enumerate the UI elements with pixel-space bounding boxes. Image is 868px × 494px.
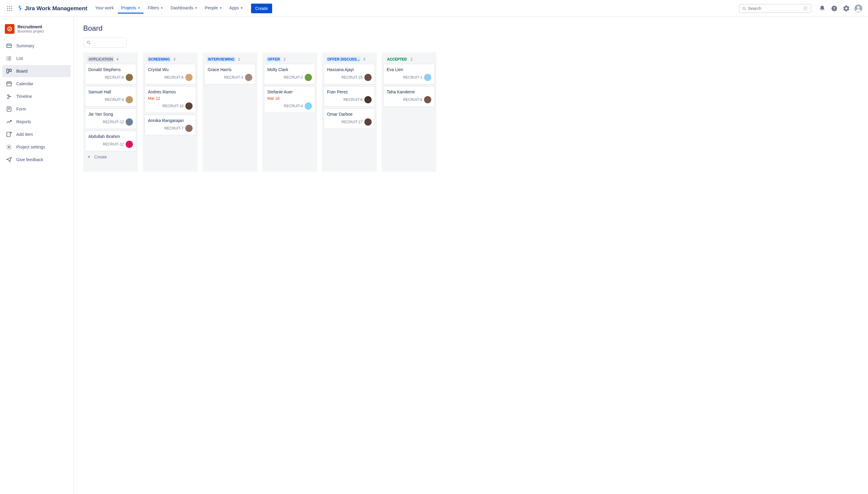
sidebar-item-summary[interactable]: Summary — [2, 40, 71, 52]
settings-icon[interactable] — [842, 4, 851, 13]
svg-rect-26 — [7, 82, 12, 86]
product-logo[interactable]: Jira Work Management — [17, 4, 87, 12]
column-header[interactable]: APPLICATION 4 — [85, 55, 136, 64]
card-date: Mar 12 — [148, 96, 192, 101]
svg-point-14 — [857, 6, 860, 9]
nav-item-your-work[interactable]: Your work — [92, 3, 117, 14]
product-name: Jira Work Management — [25, 5, 87, 12]
sidebar-item-calendar[interactable]: Calendar — [2, 78, 71, 90]
column-header[interactable]: OFFER DISCUSS... 3 — [324, 55, 375, 64]
reports-icon — [6, 119, 12, 125]
sidebar-item-project-settings[interactable]: Project settings — [2, 141, 71, 153]
nav-item-projects[interactable]: Projects▼ — [118, 3, 143, 14]
board-card[interactable]: Crystal Wu RECRUIT-6 — [145, 64, 196, 84]
sidebar-item-board[interactable]: Board — [2, 65, 71, 77]
card-title: Eva Lien — [387, 67, 431, 72]
help-icon[interactable]: ? — [829, 4, 839, 13]
global-search[interactable]: / — [739, 4, 811, 13]
board-card[interactable]: Eva Lien RECRUIT-1 — [383, 64, 435, 84]
board-card[interactable]: Stefanie Auer Mar 16 RECRUIT-4 — [264, 86, 315, 113]
svg-line-41 — [90, 43, 90, 44]
board-search[interactable] — [83, 37, 127, 48]
board-card[interactable]: Taha Kandemir RECRUIT-6 — [383, 86, 435, 107]
board-card[interactable]: Molly Clark RECRUIT-2 — [264, 64, 315, 84]
assignee-avatar[interactable] — [305, 102, 312, 110]
calendar-icon — [6, 81, 12, 87]
assignee-avatar[interactable] — [126, 96, 133, 103]
sidebar-item-reports[interactable]: Reports — [2, 116, 71, 128]
sidebar-item-label: Calendar — [16, 81, 34, 86]
assignee-avatar[interactable] — [185, 74, 192, 81]
board-card[interactable]: Hassana Ajayi RECRUIT-15 — [324, 64, 375, 84]
assignee-avatar[interactable] — [424, 74, 431, 81]
assignee-avatar[interactable] — [126, 118, 133, 126]
sidebar-item-give-feedback[interactable]: Give feedback — [2, 154, 71, 166]
board-card[interactable]: Jie Yan Song RECRUIT-12 — [85, 109, 136, 129]
assignee-avatar[interactable] — [305, 74, 312, 81]
card-date: Mar 16 — [267, 96, 312, 101]
column-header[interactable]: INTERVIEWING 1 — [204, 55, 256, 64]
board-card[interactable]: Samuel Hall RECRUIT-8 — [85, 86, 136, 107]
card-key: RECRUIT-18 — [163, 104, 184, 108]
board-card[interactable]: Omar Darboe RECRUIT-17 — [324, 109, 375, 129]
column-header[interactable]: OFFER 2 — [264, 55, 315, 64]
sidebar-item-add-item[interactable]: Add item — [2, 128, 71, 140]
nav-item-filters[interactable]: Filters▼ — [145, 3, 166, 14]
board-search-input[interactable] — [91, 40, 123, 45]
notifications-icon[interactable] — [817, 4, 827, 13]
assignee-avatar[interactable] — [185, 102, 192, 110]
nav-item-dashboards[interactable]: Dashboards▼ — [168, 3, 200, 14]
assignee-avatar[interactable] — [126, 74, 133, 81]
card-key: RECRUIT-2 — [284, 75, 303, 79]
assignee-avatar[interactable] — [364, 118, 372, 126]
card-title: Grace Harris — [208, 67, 252, 72]
app-switcher-icon[interactable] — [5, 4, 15, 13]
search-icon — [87, 40, 91, 45]
column-count: 2 — [283, 57, 286, 61]
svg-point-5 — [11, 8, 12, 9]
create-button[interactable]: Create — [251, 4, 272, 13]
svg-point-2 — [11, 6, 12, 7]
card-title: Andres Ramos — [148, 90, 192, 94]
svg-rect-36 — [7, 132, 11, 137]
summary-icon — [6, 43, 12, 49]
column-header[interactable]: SCREENING 3 — [145, 55, 196, 64]
timeline-icon — [6, 93, 12, 99]
sidebar-item-label: Reports — [16, 119, 31, 124]
card-title: Omar Darboe — [327, 112, 372, 117]
svg-text:?: ? — [833, 6, 835, 11]
board-card[interactable]: Donald Stephens RECRUIT-8 — [85, 64, 136, 84]
sidebar-item-list[interactable]: List — [2, 52, 71, 64]
board-card[interactable]: Andres Ramos Mar 12 RECRUIT-18 — [145, 86, 196, 113]
svg-point-22 — [7, 58, 7, 59]
assignee-avatar[interactable] — [364, 74, 372, 81]
list-icon — [6, 55, 12, 61]
assignee-avatar[interactable] — [364, 96, 372, 103]
assignee-avatar[interactable] — [424, 96, 431, 103]
board-card[interactable]: Grace Harris RECRUIT-3 — [204, 64, 256, 84]
board-card[interactable]: Fran Perez RECRUIT-6 — [324, 86, 375, 107]
svg-point-6 — [7, 10, 8, 11]
column-header[interactable]: ACCEPTED 2 — [383, 55, 435, 64]
svg-rect-25 — [10, 69, 12, 71]
sidebar-item-timeline[interactable]: Timeline — [2, 90, 71, 102]
svg-point-21 — [7, 57, 7, 58]
profile-avatar[interactable] — [853, 4, 863, 13]
column-cards: Donald Stephens RECRUIT-8 Samuel Hall RE… — [85, 64, 136, 151]
assignee-avatar[interactable] — [185, 125, 192, 132]
assignee-avatar[interactable] — [126, 141, 133, 148]
create-card-button[interactable]: +Create — [85, 151, 136, 163]
card-key: RECRUIT-17 — [341, 120, 363, 124]
card-key: RECRUIT-6 — [344, 98, 363, 102]
assignee-avatar[interactable] — [245, 74, 252, 81]
nav-item-apps[interactable]: Apps▼ — [226, 3, 246, 14]
form-icon — [6, 106, 12, 112]
nav-item-people[interactable]: People▼ — [202, 3, 225, 14]
project-header[interactable]: Recruitment Business project — [2, 24, 71, 40]
board-card[interactable]: Abdullah Ibrahim RECRUIT-12 — [85, 131, 136, 151]
create-card-label: Create — [94, 154, 107, 159]
search-input[interactable] — [748, 6, 801, 11]
board-card[interactable]: Annika Rangarajan RECRUIT-7 — [145, 115, 196, 135]
card-key: RECRUIT-6 — [165, 75, 184, 79]
sidebar-item-form[interactable]: Form — [2, 103, 71, 115]
